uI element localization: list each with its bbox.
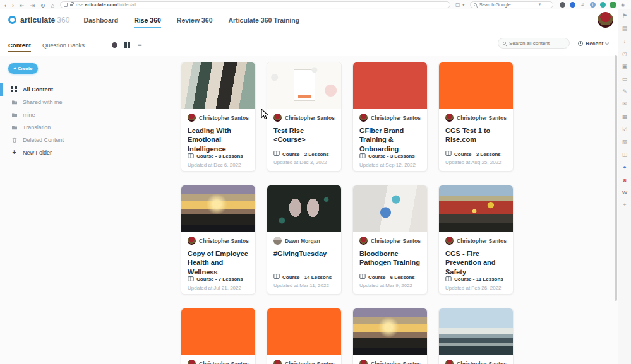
folder-icon: [11, 125, 18, 130]
browser-search-caret-icon[interactable]: ▾: [539, 2, 541, 7]
course-card[interactable]: Christopher Santos: [181, 308, 256, 364]
content-search[interactable]: [498, 38, 570, 49]
search-icon: [474, 3, 477, 6]
sort-dropdown[interactable]: Recent: [578, 38, 608, 49]
course-thumbnail: [439, 185, 513, 232]
forward-icon[interactable]: ›: [12, 3, 14, 9]
panel-notes-icon[interactable]: ✎: [622, 89, 627, 95]
extension-blue-icon[interactable]: [570, 2, 575, 8]
sidebar-item-shared-with-me[interactable]: Shared with me: [0, 96, 171, 109]
list-view-icon[interactable]: ≡: [137, 42, 141, 49]
author-avatar: [273, 237, 282, 245]
nav-link-dashboard[interactable]: Dashboard: [83, 16, 118, 24]
course-title: CGS Test 1 to Rise.com: [445, 126, 507, 144]
extension-profile-icon[interactable]: [560, 2, 565, 8]
sidebar-item-mine[interactable]: mine: [0, 109, 171, 121]
course-title: GFiber Brand Training & Onboarding: [359, 126, 421, 153]
theme-circle-icon[interactable]: [112, 42, 117, 48]
panel-reading-list-icon[interactable]: ▤: [622, 26, 628, 32]
sidebar-item-deleted-content[interactable]: Deleted Content: [0, 134, 171, 146]
course-card[interactable]: Christopher Santos: [438, 308, 514, 364]
content-search-input[interactable]: [509, 40, 563, 46]
course-thumbnail: [267, 308, 341, 355]
extension-hash-icon[interactable]: #: [580, 2, 586, 8]
course-title: Leading With Emotional Intelligence: [188, 126, 249, 153]
course-card[interactable]: Christopher Santos Test Rise <Course> Co…: [267, 62, 342, 172]
course-meta: Course - 6 Lessons: [359, 274, 421, 280]
author-name: Christopher Santos: [285, 361, 335, 364]
create-button[interactable]: + Create: [8, 63, 38, 74]
panel-calendar-icon[interactable]: ▦: [622, 114, 628, 120]
panel-app-red-icon[interactable]: ◙: [623, 177, 626, 183]
author-avatar: [445, 114, 454, 122]
panel-window-icon[interactable]: ▣: [622, 64, 628, 69]
course-card[interactable]: Christopher Santos: [352, 308, 428, 364]
extension-green-icon[interactable]: [610, 2, 616, 8]
course-card[interactable]: Christopher Santos Bloodborne Pathogen T…: [352, 185, 428, 295]
sidebar-item-translation[interactable]: Translation: [0, 121, 171, 134]
author-name: Christopher Santos: [285, 115, 335, 121]
user-avatar[interactable]: [598, 12, 613, 28]
course-card[interactable]: Dawn Morgan #GivingTuesday Course - 14 L…: [267, 185, 342, 295]
address-bar[interactable]: rise.articulate.com/folder/all: [60, 1, 450, 8]
recent-clock-icon: [578, 41, 583, 46]
nav-link-rise-360[interactable]: Rise 360: [134, 16, 161, 24]
panel-wikipedia-icon[interactable]: W: [622, 190, 628, 196]
articulate-logo-icon: [8, 16, 16, 24]
sidebar: + Create All Content Shared with me mine…: [0, 61, 171, 159]
extension-camera-icon[interactable]: ◉: [620, 2, 626, 8]
grid-view-icon[interactable]: [124, 42, 131, 49]
site-info-icon[interactable]: [64, 3, 68, 7]
sidebar-item-new-folder[interactable]: + New Folder: [0, 146, 171, 159]
bookmark-icon[interactable]: ▢: [455, 2, 460, 8]
tab-content[interactable]: Content: [8, 42, 31, 49]
author-name: Christopher Santos: [371, 115, 421, 121]
back-icon[interactable]: ‹: [4, 3, 6, 9]
course-card[interactable]: Christopher Santos: [267, 308, 342, 364]
course-title: CGS - Fire Prevention and Safety: [445, 249, 507, 276]
nav-link-articulate-360-training[interactable]: Articulate 360 Training: [228, 16, 299, 24]
course-card[interactable]: Christopher Santos CGS - Fire Prevention…: [438, 185, 514, 295]
panel-contacts-icon[interactable]: ◫: [622, 152, 628, 158]
course-updated: Updated at Mar 9, 2022: [359, 283, 421, 288]
panel-app-blue-icon[interactable]: ●: [623, 165, 626, 170]
page-scrollbar[interactable]: [615, 55, 617, 301]
bookmark-caret-icon[interactable]: ▾: [462, 2, 465, 8]
panel-history-icon[interactable]: ◷: [622, 51, 627, 57]
panel-add-icon[interactable]: +: [623, 203, 626, 208]
course-card[interactable]: Christopher Santos CGS Test 1 to Rise.co…: [438, 62, 514, 172]
home-icon[interactable]: ⌂: [51, 3, 54, 9]
sort-label: Recent: [586, 40, 603, 47]
course-card[interactable]: Christopher Santos Leading With Emotiona…: [181, 62, 256, 172]
panel-images-icon[interactable]: ▧: [622, 139, 628, 145]
course-meta: Course - 7 Lessons: [188, 276, 249, 283]
panel-mail-icon[interactable]: ✉: [622, 102, 627, 107]
lock-icon: [70, 4, 73, 6]
reload-icon[interactable]: ↻: [40, 3, 45, 9]
extension-teal-icon[interactable]: [600, 2, 606, 8]
panel-card-icon[interactable]: ▭: [622, 76, 628, 82]
sidebar-item-all-content[interactable]: All Content: [0, 83, 171, 96]
panel-downloads-icon[interactable]: ↓: [623, 38, 627, 44]
course-card[interactable]: Christopher Santos GFiber Brand Training…: [352, 62, 428, 172]
course-title: Copy of Employee Health and Wellness: [188, 249, 249, 276]
fast-forward-icon[interactable]: ⇥: [30, 3, 35, 9]
course-card[interactable]: Christopher Santos Copy of Employee Heal…: [181, 185, 256, 295]
browser-search[interactable]: ▾: [470, 1, 553, 8]
extension-info-icon[interactable]: i: [590, 2, 596, 8]
course-updated: Updated at Dec 6, 2022: [188, 162, 249, 168]
course-thumbnail: [267, 62, 341, 109]
rewind-icon[interactable]: ⇤: [20, 3, 25, 9]
panel-bookmark-icon[interactable]: ⚑: [622, 13, 627, 19]
course-title: #GivingTuesday: [273, 249, 335, 258]
author-name: Dawn Morgan: [285, 238, 320, 244]
toolbar-divider: [104, 41, 104, 50]
panel-tasks-icon[interactable]: ☑: [622, 127, 627, 132]
author-name: Christopher Santos: [199, 115, 249, 121]
nav-link-review-360[interactable]: Review 360: [177, 16, 213, 24]
browser-side-panel: ⚑▤↓◷▣▭✎✉▦☑▧◫●◙W+: [618, 9, 631, 364]
browser-search-input[interactable]: [479, 2, 536, 8]
course-updated: Updated at Feb 26, 2022: [445, 285, 507, 291]
author-name: Christopher Santos: [457, 115, 507, 121]
tab-question-banks[interactable]: Question Banks: [42, 42, 85, 49]
